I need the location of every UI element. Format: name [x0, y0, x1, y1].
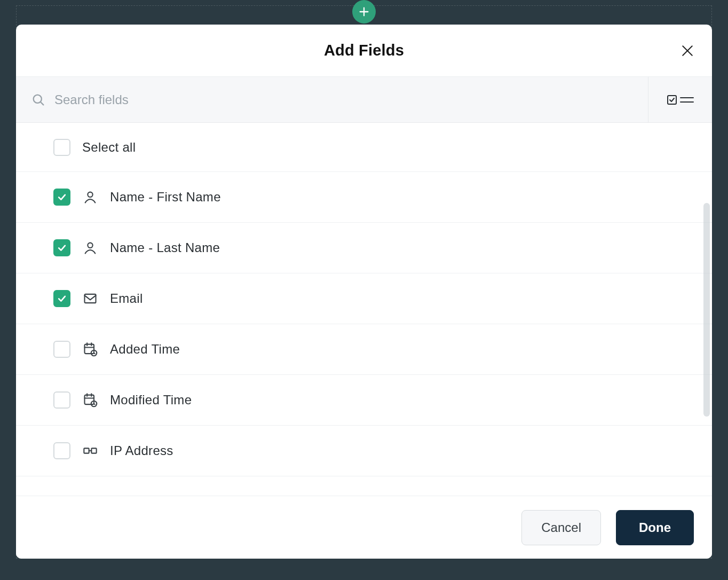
check-icon — [57, 242, 67, 253]
search-input[interactable] — [54, 92, 633, 107]
cancel-button[interactable]: Cancel — [521, 510, 601, 545]
field-checkbox-last_name[interactable] — [53, 239, 70, 256]
checklist-icon — [667, 93, 694, 107]
ip-icon — [83, 443, 98, 458]
datetime-icon-wrap — [82, 342, 98, 357]
svg-rect-12 — [85, 344, 94, 354]
modal-header: Add Fields — [16, 25, 712, 77]
field-row-first_name[interactable]: Name - First Name — [16, 172, 712, 223]
add-fields-modal: Add Fields Select all — [16, 25, 712, 559]
field-checkbox-ip_address[interactable] — [53, 442, 70, 459]
field-row-modified_time[interactable]: Modified Time — [16, 375, 712, 426]
field-row-added_time[interactable]: Added Time — [16, 324, 712, 375]
datetime-icon-wrap — [82, 393, 98, 407]
mail-icon — [83, 291, 98, 306]
search-bar — [16, 77, 712, 123]
datetime-icon — [83, 342, 98, 357]
select-mode-toggle[interactable] — [648, 77, 712, 122]
modal-footer: Cancel Done — [16, 496, 712, 559]
field-label-last_name: Name - Last Name — [110, 240, 220, 255]
field-label-ip_address: IP Address — [110, 443, 173, 458]
plus-icon — [358, 6, 370, 18]
field-row-email[interactable]: Email — [16, 273, 712, 324]
mail-icon-wrap — [82, 291, 98, 306]
person-icon-wrap — [82, 190, 98, 205]
svg-line-5 — [41, 101, 44, 105]
done-button[interactable]: Done — [616, 510, 694, 545]
svg-rect-6 — [668, 96, 676, 104]
field-list[interactable]: Select all Name - First NameName - Last … — [16, 123, 712, 496]
person-icon — [83, 240, 98, 255]
search-wrap — [16, 77, 648, 122]
close-icon — [679, 43, 695, 59]
check-icon — [57, 192, 67, 202]
select-all-label: Select all — [82, 140, 136, 155]
modal-title: Add Fields — [324, 42, 404, 59]
scrollbar-thumb[interactable] — [703, 203, 710, 417]
select-all-row[interactable]: Select all — [16, 123, 712, 172]
field-label-first_name: Name - First Name — [110, 190, 221, 205]
field-label-email: Email — [110, 291, 143, 306]
ip-icon-wrap — [82, 443, 98, 458]
svg-rect-22 — [84, 448, 89, 453]
datetime-icon — [83, 393, 98, 407]
field-label-added_time: Added Time — [110, 342, 180, 357]
close-button[interactable] — [678, 41, 697, 60]
search-icon — [31, 92, 46, 107]
person-icon — [83, 190, 98, 205]
select-all-checkbox[interactable] — [53, 139, 70, 156]
svg-rect-17 — [85, 395, 94, 405]
field-checkbox-email[interactable] — [53, 290, 70, 307]
field-checkbox-modified_time[interactable] — [53, 391, 70, 409]
field-list-wrap: Select all Name - First NameName - Last … — [16, 123, 712, 496]
field-checkbox-first_name[interactable] — [53, 189, 70, 206]
check-icon — [57, 293, 67, 304]
field-checkbox-added_time[interactable] — [53, 341, 70, 358]
field-label-modified_time: Modified Time — [110, 393, 192, 407]
svg-point-10 — [88, 243, 92, 248]
field-row-ip_address[interactable]: IP Address — [16, 426, 712, 476]
svg-point-9 — [88, 192, 92, 197]
svg-rect-23 — [91, 448, 96, 453]
background-add-button[interactable] — [352, 0, 376, 23]
person-icon-wrap — [82, 240, 98, 255]
field-row-last_name[interactable]: Name - Last Name — [16, 223, 712, 273]
svg-rect-11 — [85, 294, 96, 303]
